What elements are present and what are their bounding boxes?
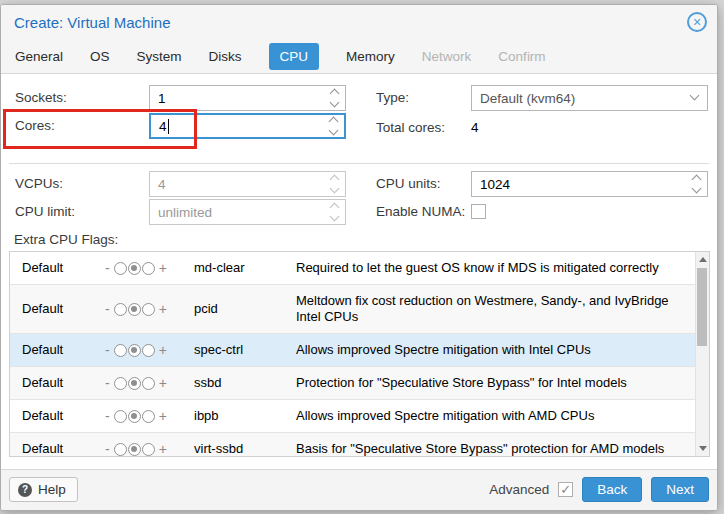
flag-tristate-slider: - + [102,301,194,317]
cpu-limit-input[interactable]: unlimited [149,199,346,225]
flag-minus[interactable]: - [102,260,113,276]
flag-plus[interactable]: + [156,408,170,424]
flag-on-radio[interactable] [142,410,155,423]
flag-plus[interactable]: + [156,301,170,317]
flag-default-radio[interactable] [128,262,141,275]
enable-numa-label: Enable NUMA: [376,199,465,225]
footer-actions: Advanced Back Next [489,477,709,502]
flag-minus[interactable]: - [102,408,113,424]
flag-on-radio[interactable] [142,443,155,456]
flag-row[interactable]: Default - + ibpb Allows improved Spectre… [10,400,695,433]
tab-cpu[interactable]: CPU [269,43,320,70]
flag-on-radio[interactable] [142,262,155,275]
cpu-units-spinner[interactable] [693,172,700,196]
scroll-down-icon[interactable] [699,446,707,451]
cpu-flags-rows: Default - + md-clear Required to let the… [10,252,695,457]
cpu-limit-label: CPU limit: [15,199,75,225]
dialog-title: Create: Virtual Machine [14,14,170,31]
tab-general[interactable]: General [15,49,63,64]
flag-plus[interactable]: + [156,260,170,276]
tab-confirm[interactable]: Confirm [498,49,545,64]
vcpus-spinner[interactable] [331,172,338,196]
flag-on-radio[interactable] [142,377,155,390]
flag-off-radio[interactable] [114,344,127,357]
flag-off-radio[interactable] [114,303,127,316]
flag-row[interactable]: Default - + md-clear Required to let the… [10,252,695,285]
flag-on-radio[interactable] [142,344,155,357]
spinner-down-icon[interactable] [330,212,340,222]
sockets-label: Sockets: [15,85,67,111]
total-cores-label: Total cores: [376,115,445,141]
cpu-units-label: CPU units: [376,171,441,197]
cpu-flags-table: Default - + md-clear Required to let the… [9,251,710,457]
flag-default-radio[interactable] [128,377,141,390]
flag-off-radio[interactable] [114,443,127,456]
flag-tristate-slider: - + [102,408,194,424]
flag-row[interactable]: Default - + spec-ctrl Allows improved Sp… [10,334,695,367]
tab-disks[interactable]: Disks [209,49,242,64]
cpu-limit-spinner[interactable] [331,200,338,224]
type-combobox[interactable]: Default (kvm64) [471,85,708,111]
next-button[interactable]: Next [651,477,709,502]
spinner-down-icon[interactable] [330,184,340,194]
scrollbar-thumb[interactable] [697,268,707,346]
vcpus-input[interactable]: 4 [149,171,346,197]
flag-off-radio[interactable] [114,410,127,423]
flag-plus[interactable]: + [156,375,170,391]
cpu-units-input[interactable]: 1024 [471,171,708,197]
scroll-up-icon[interactable] [699,257,707,262]
text-caret [168,119,169,134]
flag-on-radio[interactable] [142,303,155,316]
flag-row[interactable]: Default - + pcid Meltdown fix cost reduc… [10,285,695,334]
flag-default-radio[interactable] [128,303,141,316]
spinner-down-icon[interactable] [692,184,702,194]
section-divider [9,163,709,164]
sockets-spinner[interactable] [331,86,338,110]
flag-tristate-slider: - + [102,342,194,358]
flag-minus[interactable]: - [102,342,113,358]
close-icon[interactable]: × [687,12,707,32]
table-scrollbar[interactable] [695,252,709,456]
flag-minus[interactable]: - [102,441,113,457]
tab-system[interactable]: System [137,49,182,64]
flag-tristate-slider: - + [102,375,194,391]
help-button[interactable]: ? Help [9,477,78,502]
flag-row[interactable]: Default - + virt-ssbd Basis for "Specula… [10,433,695,457]
sockets-input[interactable]: 1 [149,85,346,111]
advanced-checkbox[interactable] [558,482,573,497]
flag-minus[interactable]: - [102,375,113,391]
flag-default-radio[interactable] [128,344,141,357]
advanced-label: Advanced [489,482,549,497]
cores-spinner[interactable] [330,115,337,137]
flag-default-radio[interactable] [128,410,141,423]
create-vm-dialog: Create: Virtual Machine × GeneralOSSyste… [0,4,718,511]
dialog-header: Create: Virtual Machine × GeneralOSSyste… [1,5,717,74]
cores-label: Cores: [15,113,55,139]
flag-tristate-slider: - + [102,260,194,276]
flag-minus[interactable]: - [102,301,113,317]
flag-tristate-slider: - + [102,441,194,457]
flag-off-radio[interactable] [114,377,127,390]
cores-input[interactable]: 4 [149,113,346,139]
flag-row[interactable]: Default - + ssbd Protection for "Specula… [10,367,695,400]
type-label: Type: [376,85,409,111]
spinner-down-icon[interactable] [330,98,340,108]
flag-plus[interactable]: + [156,342,170,358]
flag-default-radio[interactable] [128,443,141,456]
help-icon: ? [18,483,32,497]
chevron-down-icon[interactable] [690,91,700,101]
tab-memory[interactable]: Memory [346,49,395,64]
enable-numa-checkbox[interactable] [471,204,486,219]
tab-bar: GeneralOSSystemDisksCPUMemoryNetworkConf… [15,43,546,69]
dialog-footer: ? Help Advanced Back Next [1,469,717,510]
back-button[interactable]: Back [582,477,642,502]
vcpus-label: VCPUs: [15,171,63,197]
total-cores-value: 4 [471,115,479,141]
flag-off-radio[interactable] [114,262,127,275]
spinner-down-icon[interactable] [329,126,339,136]
extra-cpu-flags-label: Extra CPU Flags: [14,232,118,247]
flag-plus[interactable]: + [156,441,170,457]
tab-network[interactable]: Network [422,49,472,64]
tab-os[interactable]: OS [90,49,110,64]
